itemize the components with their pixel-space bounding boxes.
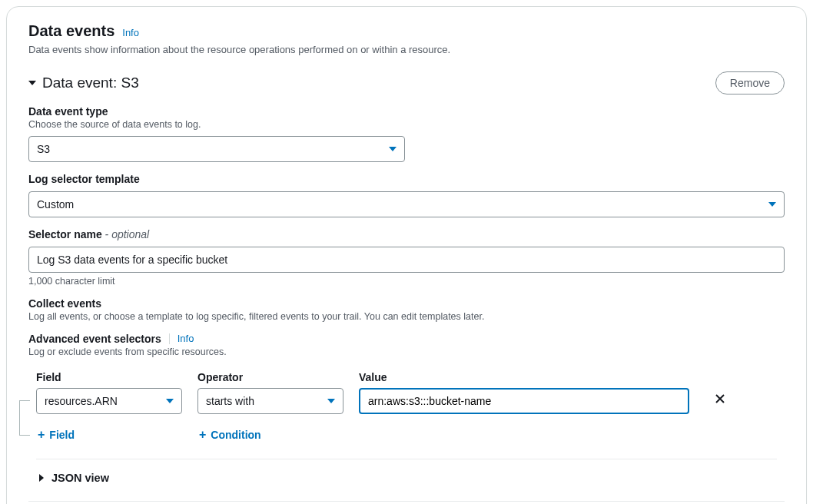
page-description: Data events show information about the r… [28, 43, 785, 58]
log-selector-select[interactable]: Custom [28, 191, 785, 217]
data-event-section-toggle[interactable]: Data event: S3 [28, 75, 139, 91]
page-title: Data events [28, 22, 114, 40]
close-icon[interactable] [714, 393, 726, 409]
selector-name-helper: 1,000 character limit [28, 276, 785, 287]
field-select[interactable]: resources.ARN [36, 388, 182, 414]
caret-right-icon [39, 474, 44, 482]
collect-events-desc: Log all events, or choose a template to … [28, 311, 785, 322]
data-event-type-label: Data event type [28, 105, 785, 118]
caret-down-icon [28, 81, 36, 85]
log-selector-label: Log selector template [28, 173, 785, 185]
add-condition-button[interactable]: + Condition [197, 425, 263, 445]
json-view-toggle[interactable]: JSON view [36, 472, 777, 484]
plus-icon: + [199, 428, 206, 442]
chevron-down-icon [389, 147, 397, 151]
data-event-type-desc: Choose the source of data events to log. [28, 119, 785, 130]
selector-row: resources.ARN starts with [36, 388, 777, 414]
data-events-panel: Data events Info Data events show inform… [6, 6, 807, 504]
plus-icon: + [38, 428, 45, 442]
selector-name-input[interactable] [28, 247, 785, 273]
data-event-heading: Data event: S3 [42, 75, 139, 91]
chevron-down-icon [166, 399, 174, 403]
divider [169, 333, 170, 344]
advanced-info-link[interactable]: Info [178, 333, 194, 344]
col-header-field: Field [36, 371, 182, 383]
bracket-icon [19, 400, 30, 436]
advanced-selectors-label: Advanced event selectors [28, 333, 161, 345]
selector-name-label: Selector name - optional [28, 228, 785, 240]
info-link[interactable]: Info [122, 27, 139, 38]
value-input[interactable] [359, 388, 689, 414]
divider [36, 459, 777, 459]
operator-select[interactable]: starts with [197, 388, 343, 414]
data-event-type-select[interactable]: S3 [28, 136, 405, 162]
x-svg [714, 393, 726, 405]
log-selector-value: Custom [37, 198, 74, 211]
advanced-selectors-desc: Log or exclude events from specific reso… [28, 346, 785, 357]
col-header-value: Value [359, 371, 689, 383]
col-header-operator: Operator [197, 371, 343, 383]
field-value: resources.ARN [45, 395, 118, 407]
chevron-down-icon [768, 202, 776, 207]
operator-value: starts with [206, 395, 254, 407]
chevron-down-icon [327, 399, 335, 403]
collect-events-label: Collect events [28, 297, 785, 310]
data-event-type-value: S3 [37, 143, 50, 155]
divider [28, 501, 785, 502]
remove-button[interactable]: Remove [715, 71, 785, 94]
json-view-label: JSON view [51, 472, 109, 484]
add-field-button[interactable]: + Field [36, 425, 76, 445]
